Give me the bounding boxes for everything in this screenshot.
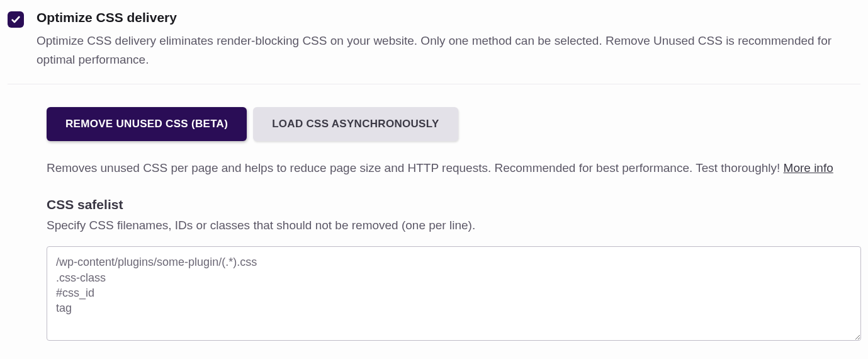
option-header-text: Optimize CSS delivery Optimize CSS deliv…: [37, 10, 860, 70]
css-delivery-tabs: REMOVE UNUSED CSS (BETA) LOAD CSS ASYNCH…: [47, 107, 853, 141]
tab-description: Removes unused CSS per page and helps to…: [47, 159, 853, 177]
tab-remove-unused-css[interactable]: REMOVE UNUSED CSS (BETA): [47, 107, 247, 141]
css-safelist-description: Specify CSS filenames, IDs or classes th…: [47, 219, 853, 232]
more-info-link[interactable]: More info: [784, 161, 833, 174]
check-icon: [11, 14, 21, 25]
option-description: Optimize CSS delivery eliminates render-…: [37, 31, 845, 70]
tab-load-css-async[interactable]: LOAD CSS ASYNCHRONOUSLY: [253, 107, 458, 141]
css-safelist-title: CSS safelist: [47, 197, 853, 212]
optimize-css-checkbox[interactable]: [8, 11, 24, 28]
optimize-css-section: Optimize CSS delivery Optimize CSS deliv…: [0, 0, 868, 358]
option-header: Optimize CSS delivery Optimize CSS deliv…: [8, 10, 860, 84]
option-title: Optimize CSS delivery: [37, 10, 845, 25]
option-body: REMOVE UNUSED CSS (BETA) LOAD CSS ASYNCH…: [8, 84, 860, 358]
css-safelist-textarea[interactable]: [47, 246, 861, 341]
tab-description-text: Removes unused CSS per page and helps to…: [47, 161, 784, 174]
